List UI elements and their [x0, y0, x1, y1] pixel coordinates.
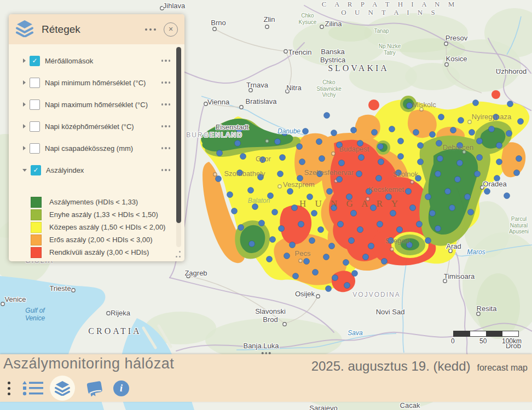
station-dot[interactable] [349, 238, 355, 244]
station-dot[interactable] [516, 156, 522, 162]
station-dot[interactable] [396, 170, 402, 176]
station-dot[interactable] [260, 157, 266, 163]
station-dot[interactable] [337, 142, 343, 148]
layer-row[interactable]: ✓Aszályindex [9, 159, 174, 181]
station-dot[interactable] [299, 159, 305, 165]
station-dot[interactable] [493, 114, 499, 120]
station-dot[interactable] [465, 194, 471, 200]
station-dot[interactable] [407, 242, 413, 248]
layer-checkbox[interactable] [30, 78, 40, 88]
station-dot[interactable] [413, 130, 419, 136]
layer-checkbox[interactable] [30, 121, 40, 132]
expander-icon[interactable] [23, 80, 26, 85]
station-dot[interactable] [248, 188, 254, 194]
layer-row[interactable]: Napi minimum hőmérséklet (°C) [9, 72, 174, 93]
station-dot[interactable] [357, 227, 363, 233]
station-dot[interactable] [258, 174, 264, 180]
layer-checkbox[interactable]: ✓ [31, 165, 41, 175]
station-dot[interactable] [473, 100, 479, 106]
station-dot[interactable] [435, 171, 441, 177]
station-dot[interactable] [457, 160, 463, 166]
station-dot[interactable] [351, 127, 357, 133]
layer-row[interactable]: Napi maximum hőmérséklet (°C) [9, 93, 174, 115]
station-dot[interactable] [435, 226, 441, 232]
station-dot[interactable] [390, 210, 396, 216]
station-dot[interactable] [240, 154, 246, 160]
layers-tool-button[interactable] [50, 376, 75, 401]
station-dot[interactable] [323, 254, 329, 260]
station-dot[interactable] [455, 177, 461, 183]
layers-panel-header[interactable]: Rétegek ✕ [9, 14, 184, 44]
station-dot[interactable] [338, 221, 344, 227]
station-dot[interactable] [331, 130, 337, 136]
station-dot[interactable] [468, 209, 474, 215]
station-dot[interactable] [397, 227, 403, 233]
station-dot[interactable] [445, 189, 451, 195]
station-dot[interactable] [279, 226, 285, 232]
layer-row[interactable]: ✓Mérőállomások [9, 50, 174, 72]
station-dot[interactable] [437, 156, 443, 162]
station-dot[interactable] [436, 140, 442, 147]
station-dot[interactable] [363, 254, 369, 260]
station-dot[interactable] [284, 253, 290, 259]
station-dot[interactable] [252, 204, 258, 210]
station-dot[interactable] [378, 144, 384, 150]
station-dot[interactable] [282, 130, 288, 136]
station-dot[interactable] [272, 209, 278, 215]
station-dot[interactable] [398, 138, 404, 144]
legend-list-button[interactable] [22, 380, 43, 396]
station-dot[interactable] [507, 101, 513, 107]
station-dot[interactable] [327, 189, 333, 195]
station-dot[interactable] [484, 189, 490, 195]
station-dot[interactable] [235, 140, 241, 147]
station-dot[interactable] [303, 128, 309, 134]
station-dot[interactable] [430, 210, 436, 216]
station-dot[interactable] [372, 130, 378, 136]
station-dot[interactable] [237, 170, 243, 176]
layer-menu-button[interactable] [159, 57, 173, 64]
panel-resize-handle[interactable] [174, 251, 181, 257]
station-dot[interactable] [331, 205, 337, 211]
station-dot[interactable] [489, 126, 495, 132]
station-dot[interactable] [311, 210, 317, 216]
station-dot[interactable] [398, 154, 404, 160]
expander-icon[interactable] [23, 146, 26, 150]
station-dot[interactable] [292, 205, 298, 211]
layer-menu-button[interactable] [159, 79, 173, 86]
station-dot[interactable] [366, 189, 372, 195]
panel-menu-button[interactable] [145, 28, 156, 31]
station-dot[interactable] [346, 194, 352, 200]
station-dot[interactable] [377, 221, 383, 227]
panel-close-button[interactable]: ✕ [164, 22, 178, 37]
station-dot[interactable] [418, 159, 424, 165]
station-dot[interactable] [268, 193, 274, 199]
station-dot[interactable] [469, 130, 475, 136]
station-dot[interactable] [275, 139, 281, 145]
station-dot[interactable] [351, 210, 357, 216]
station-dot[interactable] [227, 192, 233, 198]
station-dot[interactable] [307, 194, 313, 200]
station-dot[interactable] [357, 140, 363, 147]
station-dot[interactable] [417, 221, 423, 227]
station-dot[interactable] [388, 238, 394, 244]
station-dot[interactable] [249, 241, 255, 247]
station-dot[interactable] [259, 220, 265, 226]
station-dot[interactable] [458, 118, 464, 124]
station-dot[interactable] [318, 227, 324, 233]
station-dot[interactable] [496, 143, 502, 149]
station-dot[interactable] [506, 131, 512, 137]
station-dot[interactable] [339, 160, 345, 166]
station-dot[interactable] [407, 103, 413, 109]
station-dot[interactable] [450, 127, 456, 133]
overflow-menu-icon[interactable] [5, 379, 13, 397]
station-dot[interactable] [518, 119, 524, 125]
station-dot[interactable] [337, 177, 343, 183]
station-dot[interactable] [410, 205, 416, 211]
station-dot[interactable] [217, 150, 223, 156]
station-dot[interactable] [319, 156, 325, 162]
info-button[interactable]: i [113, 380, 129, 396]
station-dot[interactable] [267, 256, 273, 262]
station-dot[interactable] [449, 205, 455, 211]
station-dot[interactable] [290, 242, 296, 248]
station-dot[interactable] [438, 114, 444, 120]
